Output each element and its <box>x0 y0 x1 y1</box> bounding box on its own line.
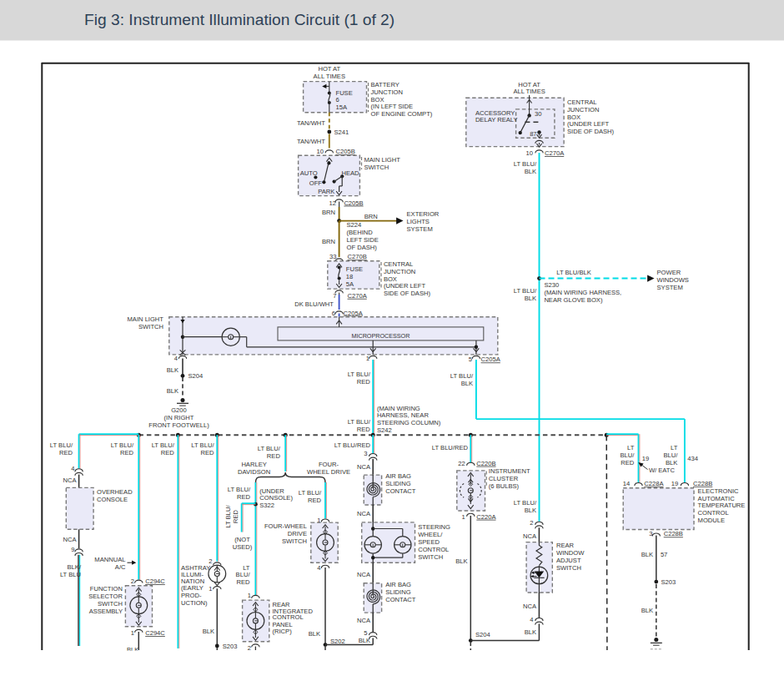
svg-text:BRN: BRN <box>364 213 378 220</box>
svg-text:C228A: C228A <box>644 480 664 487</box>
svg-text:MANNUAL: MANNUAL <box>94 556 125 563</box>
svg-text:HEAD: HEAD <box>342 169 360 177</box>
svg-text:RED: RED <box>308 497 322 504</box>
svg-text:5A: 5A <box>346 280 354 288</box>
svg-text:12: 12 <box>329 199 336 207</box>
svg-text:(UNDER: (UNDER <box>259 487 284 495</box>
svg-text:2: 2 <box>530 519 533 527</box>
svg-text:Fig 3: Instrument Illumination: Fig 3: Instrument Illumination Circuit (… <box>84 11 395 28</box>
svg-text:BLK: BLK <box>525 507 536 514</box>
svg-text:AUTOMATIC: AUTOMATIC <box>698 495 736 502</box>
svg-text:4: 4 <box>530 616 533 623</box>
svg-text:PARK: PARK <box>318 188 334 195</box>
svg-text:BOX: BOX <box>567 114 580 121</box>
svg-text:RED: RED <box>267 452 281 460</box>
svg-text:REAR: REAR <box>556 542 575 549</box>
svg-text:C205A: C205A <box>481 356 501 363</box>
svg-text:STEERING: STEERING <box>418 523 450 531</box>
svg-text:BLK: BLK <box>461 380 473 387</box>
svg-text:RED: RED <box>236 578 250 586</box>
svg-text:BLK: BLK <box>455 557 467 565</box>
svg-text:A/C: A/C <box>115 563 126 571</box>
svg-text:(UNDER LEFT: (UNDER LEFT <box>384 282 426 290</box>
svg-text:STEERING COLUMN): STEERING COLUMN) <box>377 419 441 426</box>
svg-text:BLK/: BLK/ <box>68 563 82 571</box>
svg-text:LT BLU/RED: LT BLU/RED <box>334 441 371 449</box>
svg-text:AIR BAG: AIR BAG <box>385 581 411 588</box>
svg-text:RED: RED <box>200 449 214 457</box>
svg-text:FOUR-: FOUR- <box>319 461 339 468</box>
svg-text:NCA: NCA <box>523 532 537 540</box>
svg-text:BLK: BLK <box>309 630 320 638</box>
svg-text:30: 30 <box>535 110 541 118</box>
svg-text:ASSEMBLY: ASSEMBLY <box>89 608 123 615</box>
svg-text:1: 1 <box>131 629 134 637</box>
svg-text:HOT AT: HOT AT <box>518 81 540 88</box>
svg-text:SYSTEM: SYSTEM <box>657 284 683 291</box>
svg-text:BLK: BLK <box>167 387 178 395</box>
svg-text:10: 10 <box>317 148 324 155</box>
svg-text:JUNCTION: JUNCTION <box>567 106 599 114</box>
svg-text:OF ENGINE COMPT): OF ENGINE COMPT) <box>371 110 433 118</box>
svg-text:ELECTRONIC: ELECTRONIC <box>698 487 739 495</box>
svg-text:FUNCTION: FUNCTION <box>90 585 123 593</box>
svg-text:BLU/: BLU/ <box>620 451 635 459</box>
svg-text:S224: S224 <box>347 221 362 229</box>
svg-text:CLUSTER: CLUSTER <box>489 475 519 482</box>
svg-text:NCA: NCA <box>357 571 371 578</box>
svg-text:BATTERY: BATTERY <box>371 81 400 88</box>
svg-text:POWER: POWER <box>657 269 681 276</box>
svg-text:CONTROL: CONTROL <box>418 546 449 553</box>
svg-text:LT BLU/: LT BLU/ <box>348 418 371 426</box>
svg-text:SLIDING: SLIDING <box>385 480 410 487</box>
svg-text:LT BLU/BLK: LT BLU/BLK <box>556 269 591 276</box>
svg-text:1: 1 <box>366 355 369 362</box>
svg-text:C270A: C270A <box>545 149 565 157</box>
svg-text:TAN/WHT: TAN/WHT <box>297 119 325 127</box>
svg-text:SWITCH: SWITCH <box>418 553 443 561</box>
svg-text:RED: RED <box>120 449 134 457</box>
svg-text:LT BLU/: LT BLU/ <box>258 445 281 452</box>
svg-text:(MAIN WIRING HARNESS,: (MAIN WIRING HARNESS, <box>544 289 621 296</box>
svg-text:NCA: NCA <box>63 536 77 543</box>
svg-text:(UNDER LEFT: (UNDER LEFT <box>567 120 610 128</box>
svg-text:ALL TIMES: ALL TIMES <box>314 73 345 80</box>
svg-text:WINDOW: WINDOW <box>556 549 585 557</box>
svg-text:RED: RED <box>357 426 371 433</box>
svg-text:3: 3 <box>364 450 367 457</box>
svg-text:MODULE: MODULE <box>698 517 726 524</box>
svg-text:MICROPROCESSOR: MICROPROCESSOR <box>351 332 410 340</box>
svg-text:WHEEL/: WHEEL/ <box>418 531 443 538</box>
svg-text:4: 4 <box>71 465 74 472</box>
svg-text:CONSOLE: CONSOLE <box>97 496 128 503</box>
svg-text:4: 4 <box>174 355 178 362</box>
svg-text:ASHTRAY: ASHTRAY <box>181 564 210 572</box>
svg-text:MAIN LIGHT: MAIN LIGHT <box>364 156 400 164</box>
svg-text:SWITCH: SWITCH <box>282 537 307 545</box>
svg-text:1: 1 <box>462 513 465 521</box>
svg-text:BLK: BLK <box>641 551 653 558</box>
svg-text:3: 3 <box>649 530 652 537</box>
svg-text:(RICP): (RICP) <box>273 628 293 635</box>
svg-text:C220A: C220A <box>476 513 496 521</box>
svg-text:LT BLU/: LT BLU/ <box>50 441 73 449</box>
svg-text:C228B: C228B <box>693 480 712 487</box>
svg-text:BLK: BLK <box>203 628 214 635</box>
svg-text:NEAR GLOVE BOX): NEAR GLOVE BOX) <box>544 296 603 304</box>
svg-text:SWITCH: SWITCH <box>364 164 389 171</box>
svg-text:CENTRAL: CENTRAL <box>384 260 413 268</box>
svg-text:87: 87 <box>530 130 536 138</box>
svg-text:DRIVE: DRIVE <box>288 530 307 537</box>
svg-text:SIDE OF DASH): SIDE OF DASH) <box>384 290 431 297</box>
svg-text:LT BLU/: LT BLU/ <box>348 371 371 378</box>
svg-text:S242: S242 <box>377 426 392 434</box>
svg-text:LT: LT <box>243 564 250 572</box>
svg-text:LT BLU/: LT BLU/ <box>514 287 537 295</box>
svg-text:LT BLU/: LT BLU/ <box>514 160 537 168</box>
svg-text:S204: S204 <box>188 372 204 380</box>
svg-text:18: 18 <box>346 273 353 280</box>
svg-text:LT BLU/: LT BLU/ <box>450 372 474 380</box>
svg-text:OF DASH): OF DASH) <box>347 244 378 251</box>
svg-text:FUSE: FUSE <box>346 265 363 273</box>
svg-text:BLK: BLK <box>641 607 653 614</box>
